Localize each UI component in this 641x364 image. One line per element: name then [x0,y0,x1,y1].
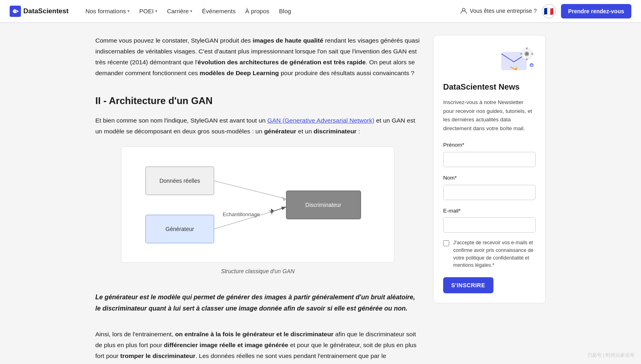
logo[interactable]: DataScientest [10,6,68,17]
diagram: Données réelles Générateur Discriminateu… [121,146,394,263]
page-wrapper: Comme vous pouvez le constater, StyleGAN… [0,0,641,364]
intro-paragraph: Comme vous pouvez le constater, StyleGAN… [95,35,420,79]
box2-label: Générateur [166,226,194,232]
nav-item-carriere[interactable]: Carrière ▾ [163,4,196,18]
svg-rect-19 [531,53,533,55]
sidebar: ✦ DataScientest News Inscrivez-vous à no… [433,35,546,364]
chevron-down-icon: ▾ [127,8,129,14]
navbar: DataScientest Nos formations ▾ POEI ▾ Ca… [0,0,641,22]
chevron-down-icon: ▾ [190,8,192,14]
gan-link[interactable]: GAN (Generative Adversarial Network) [267,117,374,124]
main-content: Comme vous pouvez le constater, StyleGAN… [95,35,420,364]
language-flag-button[interactable]: 🇫🇷 [542,4,556,18]
nav-apropos-label: À propos [245,6,269,16]
nom-group: Nom* [443,174,536,200]
nav-item-apropos[interactable]: À propos [241,4,273,18]
enterprise-link[interactable]: Vous êtes une entreprise ? [460,6,537,15]
email-label: E-mail* [443,207,536,215]
submit-button[interactable]: S'INSCRIRE [443,277,493,293]
prenom-group: Prénom* [443,141,536,167]
content-area: Comme vous pouvez le constater, StyleGAN… [79,22,562,364]
box1-label: Données réelles [159,178,200,184]
diagram-caption: Structure classique d'un GAN [221,267,294,276]
enterprise-icon [460,7,467,14]
cta-label: Prendre rendez-vous [568,8,624,14]
svg-line-9 [274,207,286,211]
svg-rect-16 [526,47,528,49]
diagram-container: Données réelles Générateur Discriminateu… [95,146,420,276]
nav-formations-label: Nos formations [85,6,126,16]
body-paragraph: Ainsi, lors de l'entrainement, on entraî… [95,329,420,364]
submit-label: S'INSCRIRE [451,282,485,288]
consent-checkbox[interactable] [443,240,449,246]
sidebar-description: Inscrivez-vous à notre Newsletter pour r… [443,98,536,133]
sidebar-title: DataScientest News [443,80,536,93]
nav-item-poei[interactable]: POEI ▾ [135,4,161,18]
nom-input[interactable] [443,185,536,200]
section-heading: II - Architecture d'un GAN [95,90,420,108]
nav-item-formations[interactable]: Nos formations ▾ [81,4,134,18]
svg-marker-6 [281,196,286,201]
svg-point-15 [526,53,528,55]
sampling-label: Echantillonnage [223,211,260,217]
svg-rect-18 [520,53,522,55]
logo-text: DataScientest [23,6,68,16]
consent-label: J'accepte de recevoir vos e-mails et con… [453,239,536,269]
email-group: E-mail* [443,207,536,233]
chevron-down-icon: ▾ [155,8,157,14]
newsletter-card: ✦ DataScientest News Inscrivez-vous à no… [433,35,546,303]
svg-rect-17 [526,58,528,60]
nav-evenements-label: Événements [202,6,235,16]
gan-diagram-svg: Données réelles Générateur Discriminateu… [138,155,371,251]
sidebar-icon-area: ✦ [443,45,536,77]
highlight-block: Le générateur est le modèle qui permet d… [95,285,420,321]
box3-label: Discriminateur [305,202,341,208]
highlight-text: Le générateur est le modèle qui permet d… [95,292,420,314]
prenom-label: Prénom* [443,141,536,149]
nav-poei-label: POEI [139,6,154,16]
watermark: 刃易号 | 时尚玩家岳哥 [587,352,635,359]
consent-group: J'accepte de recevoir vos e-mails et con… [443,239,536,269]
enterprise-label: Vous êtes une entreprise ? [470,6,537,15]
newsletter-icon: ✦ [499,45,536,77]
flag-emoji: 🇫🇷 [544,5,554,18]
nom-label: Nom* [443,174,536,182]
cta-button[interactable]: Prendre rendez-vous [561,4,631,18]
nav-item-evenements[interactable]: Événements [198,4,239,18]
nav-carriere-label: Carrière [167,6,189,16]
svg-line-5 [214,181,286,199]
nav-blog-label: Blog [279,6,291,16]
section-intro: Et bien comme son nom l'indique, StyleGA… [95,115,420,137]
svg-text:✦: ✦ [530,64,533,67]
nav-right: Vous êtes une entreprise ? 🇫🇷 Prendre re… [460,4,631,18]
nav-item-blog[interactable]: Blog [275,4,295,18]
prenom-input[interactable] [443,152,536,167]
logo-icon [10,6,21,17]
nav-links: Nos formations ▾ POEI ▾ Carrière ▾ Événe… [81,4,460,18]
email-input[interactable] [443,217,536,233]
